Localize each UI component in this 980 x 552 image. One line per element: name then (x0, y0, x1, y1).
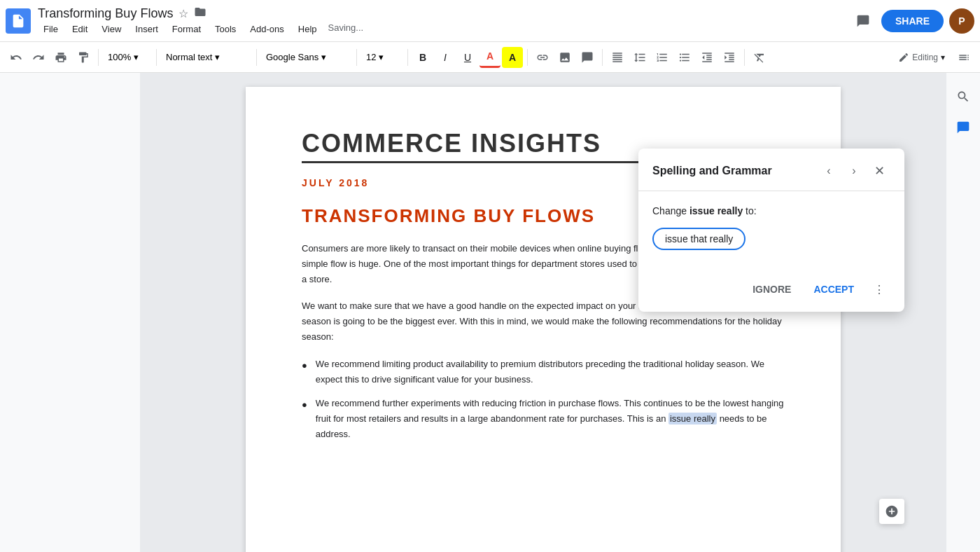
font-value: Google Sans (266, 52, 318, 62)
spelling-panel-title: Spelling and Grammar (652, 165, 772, 177)
outline-toggle-button[interactable] (953, 47, 974, 68)
print-button[interactable] (50, 47, 71, 68)
menu-tools[interactable]: Tools (209, 22, 241, 36)
avatar: P (949, 8, 974, 34)
bullet-dot-2: ● (302, 397, 307, 442)
separator-4 (356, 49, 357, 66)
star-icon[interactable]: ☆ (178, 7, 188, 20)
change-suffix: to: (743, 205, 756, 216)
top-bar: Transforming Buy Flows ☆ File Edit View … (0, 0, 980, 42)
redo-button[interactable] (28, 47, 49, 68)
explore-button[interactable] (951, 84, 976, 109)
more-options-button[interactable]: ⋮ (868, 278, 890, 301)
insert-comment-button[interactable] (577, 47, 598, 68)
document-area[interactable]: Commerce Insights JULY 2018 Transforming… (140, 73, 946, 552)
right-toolbar: Editing ▾ (892, 47, 974, 68)
menu-format[interactable]: Format (167, 22, 206, 36)
spelling-prev-button[interactable]: ‹ (818, 160, 840, 182)
spelling-panel-header: Spelling and Grammar ‹ › ✕ (638, 149, 904, 191)
zoom-dropdown[interactable]: 100% ▾ (103, 47, 152, 68)
font-chevron: ▾ (321, 52, 326, 62)
top-right: SHARE P (850, 8, 974, 34)
size-value: 12 (366, 52, 376, 62)
menu-insert[interactable]: Insert (130, 22, 164, 36)
separator-1 (98, 49, 99, 66)
separator-6 (527, 49, 528, 66)
menu-addons[interactable]: Add-ons (244, 22, 289, 36)
separator-7 (602, 49, 603, 66)
indent-decrease-button[interactable] (696, 47, 718, 68)
menu-file[interactable]: File (38, 22, 64, 36)
undo-button[interactable] (6, 47, 27, 68)
spelling-suggestion[interactable]: issue that really (652, 228, 746, 250)
left-sidebar (0, 73, 140, 552)
separator-2 (156, 49, 157, 66)
underline-button[interactable]: U (457, 47, 478, 68)
editing-mode-button[interactable]: Editing ▾ (892, 47, 951, 68)
line-spacing-button[interactable] (629, 47, 650, 68)
toolbar: 100% ▾ Normal text ▾ Google Sans ▾ 12 ▾ … (0, 42, 980, 73)
separator-5 (407, 49, 408, 66)
separator-3 (256, 49, 257, 66)
spelling-nav: ‹ › ✕ (818, 160, 890, 182)
bullet-dot-1: ● (302, 358, 307, 387)
spelling-grammar-panel: Spelling and Grammar ‹ › ✕ Change issue … (638, 149, 904, 312)
zoom-value: 100% (108, 52, 131, 62)
bullet-text-1: We recommend limiting product availabili… (316, 357, 785, 387)
style-value: Normal text (166, 52, 212, 62)
folder-icon[interactable] (194, 6, 206, 21)
menu-help[interactable]: Help (293, 22, 323, 36)
bulleted-list-button[interactable] (674, 47, 695, 68)
italic-button[interactable]: I (435, 47, 456, 68)
spelling-change-text: Change issue really to: (652, 205, 890, 216)
font-dropdown[interactable]: Google Sans ▾ (261, 47, 352, 68)
suggestion-button[interactable] (951, 115, 976, 140)
title-area: Transforming Buy Flows ☆ File Edit View … (38, 6, 850, 36)
clear-formatting-button[interactable] (749, 47, 770, 68)
indent-increase-button[interactable] (719, 47, 740, 68)
accept-button[interactable]: ACCEPT (805, 278, 862, 301)
doc-title-row: Transforming Buy Flows ☆ (38, 6, 850, 21)
insert-image-button[interactable] (554, 47, 575, 68)
paint-format-button[interactable] (73, 47, 94, 68)
change-highlighted: issue really (690, 205, 743, 216)
right-sidebar (946, 73, 980, 552)
main-area: Commerce Insights JULY 2018 Transforming… (0, 73, 980, 552)
text-color-button[interactable]: A (479, 47, 500, 68)
share-button[interactable]: SHARE (881, 10, 944, 32)
spelling-close-button[interactable]: ✕ (868, 160, 890, 182)
align-button[interactable] (607, 47, 628, 68)
floating-action-button[interactable] (879, 499, 904, 524)
saving-status: Saving... (328, 22, 364, 36)
zoom-chevron: ▾ (134, 52, 139, 62)
size-dropdown[interactable]: 12 ▾ (361, 47, 403, 68)
bullet-item-1: ● We recommend limiting product availabi… (302, 357, 785, 387)
style-dropdown[interactable]: Normal text ▾ (161, 47, 252, 68)
highlighted-phrase: issue really (668, 413, 717, 425)
comments-button[interactable] (850, 8, 876, 34)
menu-view[interactable]: View (96, 22, 127, 36)
separator-8 (744, 49, 745, 66)
numbered-list-button[interactable] (652, 47, 673, 68)
doc-title: Transforming Buy Flows (38, 6, 173, 21)
bullet-list: ● We recommend limiting product availabi… (302, 357, 785, 442)
bold-button[interactable]: B (412, 47, 433, 68)
spelling-panel-footer: IGNORE ACCEPT ⋮ (638, 278, 904, 312)
menu-bar: File Edit View Insert Format Tools Add-o… (38, 22, 850, 36)
spelling-next-button[interactable]: › (843, 160, 865, 182)
link-button[interactable] (532, 47, 553, 68)
size-chevron: ▾ (379, 52, 384, 62)
style-chevron: ▾ (215, 52, 220, 62)
spelling-panel-body: Change issue really to: issue that reall… (638, 191, 904, 278)
bullet-text-2: We recommend further experiments with re… (316, 396, 785, 442)
bullet-item-2: ● We recommend further experiments with … (302, 396, 785, 442)
menu-edit[interactable]: Edit (66, 22, 93, 36)
ignore-button[interactable]: IGNORE (744, 278, 799, 301)
highlight-button[interactable]: A (502, 47, 523, 68)
change-prefix: Change (652, 205, 690, 216)
doc-icon (6, 8, 31, 34)
